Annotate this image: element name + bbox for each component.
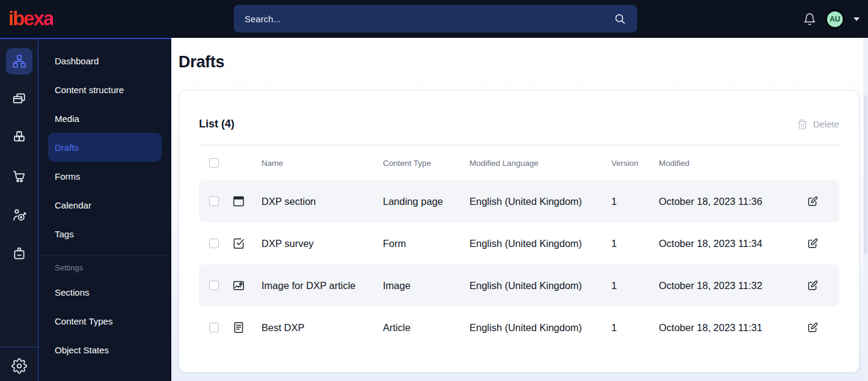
col-header-version: Version — [611, 159, 659, 168]
row-content-type: Form — [383, 238, 469, 249]
sidebar-settings-menu: Sections Content Types Object States — [38, 278, 171, 364]
rail-item-customer-targeting[interactable] — [0, 202, 38, 228]
table-row[interactable]: Best DXP Article English (United Kingdom… — [199, 306, 839, 349]
rail-item-pages[interactable] — [0, 86, 38, 112]
delete-button-label: Delete — [813, 119, 839, 129]
scrollbar-thumb[interactable] — [864, 95, 867, 254]
sidebar-item-forms[interactable]: Forms — [38, 162, 171, 190]
row-checkbox[interactable] — [209, 197, 219, 206]
list-title: List (4) — [199, 118, 234, 130]
landing-page-icon — [231, 194, 261, 209]
search-icon[interactable] — [614, 13, 626, 25]
rail-divider — [0, 347, 38, 347]
rail-item-content-tree[interactable] — [0, 48, 38, 75]
scrollbar-track — [863, 38, 868, 381]
row-checkbox[interactable] — [209, 239, 219, 248]
main-content: Drafts List (4) Delete Name — [171, 38, 868, 381]
row-version: 1 — [611, 280, 659, 291]
topbar-right: AU — [803, 0, 860, 38]
ibexa-logo[interactable]: ibexa — [8, 7, 53, 30]
delete-button[interactable]: Delete — [797, 119, 839, 130]
edit-button[interactable] — [807, 322, 839, 334]
sidebar-item-object-states[interactable]: Object States — [38, 335, 171, 364]
article-icon — [231, 320, 261, 335]
customer-target-icon — [11, 207, 27, 223]
row-modified: October 18, 2023 11:32 — [659, 280, 807, 291]
edit-button[interactable] — [807, 195, 839, 207]
user-menu-chevron-down-icon[interactable] — [854, 17, 860, 21]
row-content-type: Article — [383, 322, 469, 334]
sidebar-menu: Dashboard Content structure Media Drafts… — [38, 46, 171, 248]
sidebar-item-dashboard[interactable]: Dashboard — [38, 46, 171, 75]
table-row[interactable]: Image for DXP article Image English (Uni… — [199, 264, 839, 306]
row-modified: October 18, 2023 11:36 — [659, 196, 807, 207]
sidebar-item-content-structure[interactable]: Content structure — [38, 75, 171, 104]
table-row[interactable]: DXP section Landing page English (United… — [199, 180, 839, 222]
search-input[interactable] — [245, 14, 614, 24]
row-name: Best DXP — [261, 322, 383, 334]
row-language: English (United Kingdom) — [469, 238, 611, 249]
settings-gear-icon — [11, 358, 27, 374]
edit-icon — [807, 279, 819, 291]
form-icon — [231, 236, 261, 251]
sidebar-item-calendar[interactable]: Calendar — [38, 190, 171, 219]
row-name: DXP section — [261, 196, 383, 207]
sidebar-item-media[interactable]: Media — [38, 104, 171, 133]
row-name: DXP survey — [261, 238, 383, 249]
row-modified: October 18, 2023 11:34 — [659, 238, 807, 249]
rail-item-commerce[interactable] — [0, 163, 38, 189]
table-header: Name Content Type Modified Language Vers… — [199, 145, 839, 180]
pages-icon — [11, 91, 27, 107]
cart-icon — [11, 168, 27, 184]
edit-button[interactable] — [807, 279, 839, 291]
sidebar-item-drafts[interactable]: Drafts — [38, 133, 171, 162]
drafts-card: List (4) Delete Name Content Type Modifi — [179, 90, 860, 373]
row-language: English (United Kingdom) — [469, 196, 611, 207]
row-content-type: Image — [383, 280, 469, 291]
sidebar-item-tags[interactable]: Tags — [38, 219, 171, 248]
page-title: Drafts — [179, 53, 224, 72]
edit-icon — [807, 322, 819, 334]
table-row[interactable]: DXP survey Form English (United Kingdom)… — [199, 222, 839, 264]
trash-icon — [797, 119, 808, 130]
rail-item-admin-settings[interactable] — [0, 353, 38, 379]
image-icon — [231, 278, 261, 293]
settings-section-label: Settings — [38, 256, 171, 272]
global-search — [234, 5, 637, 32]
sidebar-item-sections[interactable]: Sections — [38, 278, 171, 306]
content-tree-icon — [11, 53, 27, 69]
list-header: List (4) Delete — [199, 118, 839, 130]
row-checkbox[interactable] — [209, 323, 219, 332]
row-version: 1 — [611, 238, 659, 249]
select-all-checkbox[interactable] — [209, 158, 219, 168]
col-header-modified: Modified — [659, 159, 807, 168]
notifications-bell-icon[interactable] — [803, 13, 816, 26]
row-language: English (United Kingdom) — [469, 322, 611, 334]
row-modified: October 18, 2023 11:31 — [659, 322, 807, 334]
sidebar-item-content-types[interactable]: Content Types — [38, 306, 171, 335]
col-header-modified-language: Modified Language — [469, 159, 611, 168]
rail-item-product-catalog[interactable] — [0, 124, 38, 150]
icon-rail — [0, 38, 38, 381]
edit-icon — [807, 237, 819, 249]
corporate-badge-icon — [11, 246, 27, 261]
ibexa-admin-screen: ibexa AU — [0, 0, 868, 381]
product-catalog-icon — [11, 129, 27, 145]
row-content-type: Landing page — [383, 196, 469, 207]
sidebar: Dashboard Content structure Media Drafts… — [38, 38, 171, 381]
row-version: 1 — [611, 322, 659, 334]
edit-icon — [807, 195, 819, 207]
row-name: Image for DXP article — [261, 280, 383, 291]
row-language: English (United Kingdom) — [469, 280, 611, 291]
row-checkbox[interactable] — [209, 281, 219, 290]
active-rail-highlight — [6, 48, 32, 75]
edit-button[interactable] — [807, 237, 839, 249]
user-avatar[interactable]: AU — [825, 10, 845, 29]
col-header-name: Name — [261, 159, 383, 168]
row-version: 1 — [611, 196, 659, 207]
rail-item-corporate[interactable] — [0, 240, 38, 267]
col-header-content-type: Content Type — [383, 159, 469, 168]
topbar: ibexa AU — [0, 0, 868, 38]
